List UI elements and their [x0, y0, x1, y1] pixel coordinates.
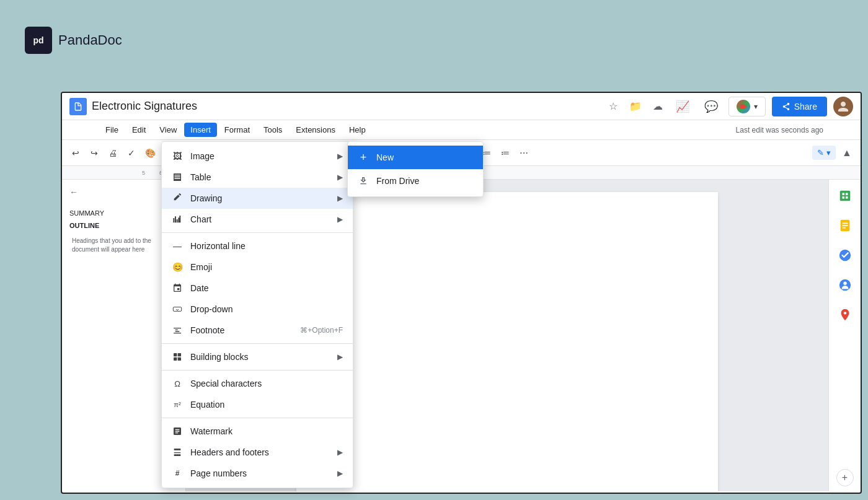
- share-label: Share: [794, 102, 817, 112]
- menu-item-horizontal-line[interactable]: — Horizontal line: [162, 235, 353, 257]
- doc-title: Electronic Signatures: [92, 100, 600, 113]
- emoji-menu-icon: 😊: [172, 261, 183, 273]
- sidebar-tasks-icon[interactable]: [834, 244, 856, 266]
- sidebar-contacts-icon[interactable]: [834, 274, 856, 296]
- sidebar-add-button[interactable]: +: [836, 469, 854, 486]
- watermark-menu-icon: [172, 426, 183, 437]
- edit-mode-button[interactable]: ✎ ▾: [812, 146, 836, 160]
- title-bar: Electronic Signatures ☆ 📁 ☁ 📈 💬 ▾ Share: [62, 93, 861, 120]
- svg-rect-16: [178, 357, 181, 361]
- submenu-item-new[interactable]: + New: [348, 146, 483, 169]
- menu-item-watermark[interactable]: Watermark: [162, 421, 353, 442]
- from-drive-label: From Drive: [376, 176, 419, 186]
- pandadoc-logo: pd PandaDoc: [25, 27, 122, 54]
- comment-icon[interactable]: 💬: [700, 95, 722, 118]
- back-arrow-icon: ←: [69, 187, 78, 197]
- menu-item-page-numbers[interactable]: # Page numbers ▶: [162, 463, 353, 484]
- more-toolbar-button[interactable]: ⋯: [515, 144, 533, 162]
- image-arrow-icon: ▶: [337, 152, 343, 160]
- menu-tools[interactable]: Tools: [257, 123, 288, 137]
- menu-item-image[interactable]: 🖼 Image ▶: [162, 146, 353, 167]
- special-chars-menu-icon: Ω: [172, 378, 183, 389]
- sidebar-right: +: [828, 180, 861, 491]
- submenu-item-from-drive[interactable]: From Drive: [348, 169, 483, 193]
- avatar[interactable]: [833, 97, 853, 116]
- menu-item-headers-footers[interactable]: Headers and footers ▶: [162, 442, 353, 463]
- svg-rect-7: [842, 225, 848, 226]
- headers-footers-menu-label: Headers and footers: [190, 447, 330, 457]
- doc-icon: [69, 98, 87, 115]
- emoji-menu-label: Emoji: [190, 262, 343, 272]
- menu-insert[interactable]: Insert: [184, 123, 217, 137]
- cloud-icon[interactable]: ☁: [649, 98, 666, 115]
- chart-menu-label: Chart: [190, 214, 330, 224]
- pd-icon: pd: [25, 27, 52, 54]
- insert-menu: 🖼 Image ▶ Table ▶ Drawing ▶ Chart ▶ — Ho…: [161, 141, 353, 488]
- last-edit: Last edit was seconds ago: [736, 126, 823, 134]
- menu-file[interactable]: File: [99, 123, 125, 137]
- trend-icon[interactable]: 📈: [671, 95, 694, 118]
- image-menu-label: Image: [190, 151, 330, 161]
- undo-button[interactable]: ↩: [67, 144, 84, 162]
- menu-help[interactable]: Help: [343, 123, 372, 137]
- spellcheck-button[interactable]: ✓: [123, 144, 140, 162]
- menu-item-chart[interactable]: Chart ▶: [162, 209, 353, 230]
- divider-3: [162, 370, 353, 371]
- folder-icon[interactable]: 📁: [627, 98, 644, 115]
- page-numbers-menu-label: Page numbers: [190, 468, 330, 478]
- toolbar-right: ✎ ▾ ▲: [812, 144, 856, 162]
- redo-button[interactable]: ↪: [86, 144, 103, 162]
- watermark-menu-label: Watermark: [190, 426, 343, 436]
- svg-rect-2: [845, 193, 848, 195]
- sidebar-keep-icon[interactable]: [834, 214, 856, 237]
- paint-format-button[interactable]: 🎨: [141, 144, 159, 162]
- date-menu-icon: [172, 283, 183, 294]
- menu-edit[interactable]: Edit: [126, 123, 152, 137]
- drawing-menu-icon: [172, 193, 183, 204]
- meet-button[interactable]: ▾: [728, 97, 766, 116]
- table-arrow-icon: ▶: [337, 173, 343, 182]
- menu-item-special-characters[interactable]: Ω Special characters: [162, 373, 353, 394]
- svg-rect-8: [842, 227, 846, 229]
- svg-rect-3: [842, 196, 844, 199]
- menu-extensions[interactable]: Extensions: [290, 123, 342, 137]
- pandadoc-bar: pd PandaDoc: [0, 0, 868, 81]
- star-icon[interactable]: ☆: [604, 98, 622, 115]
- svg-rect-13: [174, 353, 177, 356]
- svg-rect-14: [178, 353, 181, 356]
- numbered-list-button[interactable]: ≔: [497, 144, 514, 162]
- svg-rect-1: [842, 193, 844, 195]
- menu-item-building-blocks[interactable]: Building blocks ▶: [162, 346, 353, 367]
- menu-view[interactable]: View: [153, 123, 183, 137]
- building-blocks-menu-label: Building blocks: [190, 352, 330, 362]
- menu-item-date[interactable]: Date: [162, 278, 353, 299]
- building-blocks-menu-icon: [172, 351, 183, 362]
- footnote-menu-icon: [172, 325, 183, 336]
- pencil-icon: ✎: [817, 148, 824, 157]
- title-actions: ☆ 📁 ☁: [604, 98, 666, 115]
- drawing-arrow-icon: ▶: [337, 194, 343, 203]
- print-button[interactable]: 🖨: [104, 144, 122, 162]
- page-numbers-arrow-icon: ▶: [337, 469, 343, 478]
- menu-item-drawing[interactable]: Drawing ▶: [162, 188, 353, 209]
- menu-item-emoji[interactable]: 😊 Emoji: [162, 257, 353, 278]
- sidebar-sheets-icon[interactable]: [834, 185, 856, 207]
- horizontal-line-menu-icon: —: [172, 240, 183, 252]
- menu-item-dropdown[interactable]: Drop-down: [162, 299, 353, 320]
- drawing-menu-label: Drawing: [190, 193, 330, 203]
- menu-item-table[interactable]: Table ▶: [162, 167, 353, 188]
- sidebar-maps-icon[interactable]: [834, 304, 856, 326]
- dropdown-menu-label: Drop-down: [190, 304, 343, 314]
- svg-rect-6: [842, 222, 848, 224]
- share-button[interactable]: Share: [772, 97, 827, 116]
- header-right: 📈 💬 ▾ Share: [671, 95, 853, 118]
- svg-rect-0: [839, 191, 850, 201]
- menu-bar: File Edit View Insert Format Tools Exten…: [62, 120, 861, 140]
- menu-item-equation[interactable]: π² Equation: [162, 394, 353, 415]
- menu-format[interactable]: Format: [218, 123, 256, 137]
- menu-item-footnote[interactable]: Footnote ⌘+Option+F: [162, 320, 353, 341]
- footnote-shortcut: ⌘+Option+F: [300, 326, 343, 335]
- collapse-toolbar-button[interactable]: ▲: [838, 144, 856, 162]
- divider-2: [162, 343, 353, 344]
- svg-rect-15: [174, 357, 177, 361]
